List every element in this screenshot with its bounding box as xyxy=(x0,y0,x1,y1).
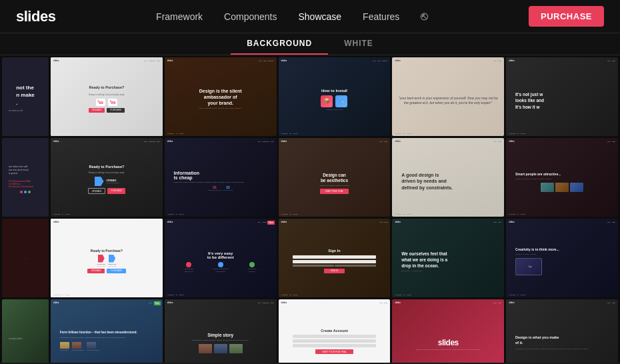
card-drop-ocean[interactable]: slides TourHelp We ourselves feel thatwh… xyxy=(392,219,504,297)
grid-col-2: slides TourHelpExplore Design is the sil… xyxy=(165,57,277,363)
purchase-button[interactable]: PURCHASE xyxy=(529,6,604,27)
card-ready-purchase-1[interactable]: slides Tour Supports Help Ready to Purch… xyxy=(51,57,163,136)
card-information[interactable]: slides TourSupportsHelp Informationis ch… xyxy=(165,138,277,217)
grid-col-3: slides TourHelpExplore How to Install 📦 … xyxy=(279,57,391,363)
nav-components[interactable]: Components xyxy=(224,11,277,22)
login-icon[interactable]: ⎋ xyxy=(421,9,428,23)
card-nature-photo[interactable]: slides TourSupports Form follows functio… xyxy=(51,299,163,363)
tabs-bar: BACKGROUND WHITE xyxy=(0,33,620,55)
nav-showcase[interactable]: Showcase xyxy=(298,11,341,22)
grid-col-5: slides TourHelp It's not just wlooks lik… xyxy=(506,57,618,363)
card-different[interactable]: slides TourSupportsHelp New It's very ea… xyxy=(165,219,277,297)
card-ready-purchase-2[interactable]: slides TourSupportsHelp Ready to Purchas… xyxy=(51,138,163,217)
card-good-design[interactable]: slides Tour Help A good design isdriven … xyxy=(392,138,504,217)
card-ambassador[interactable]: slides TourHelpExplore Design is the sil… xyxy=(165,57,277,136)
card-how-to-install[interactable]: slides TourHelpExplore How to Install 📦 … xyxy=(279,57,391,136)
card-ready-purchase-3[interactable]: slides Ready to Purchase? UPGRADE Select… xyxy=(51,219,163,297)
card-sign-in[interactable]: slides TourHelp Sign In SIGN IN Availabl… xyxy=(279,219,391,297)
card-slides-brand[interactable]: slides TourHelp slides Design to make th… xyxy=(392,299,504,363)
logo: slides xyxy=(16,8,55,25)
partial-card-2[interactable]: we what we callwe are and musta guest. F… xyxy=(2,138,49,217)
card-aesthetics[interactable]: slides TourHelp Design canbe aesthetics … xyxy=(279,138,391,217)
partial-card-1[interactable]: not then make. we what we call xyxy=(2,57,49,136)
card-simple-story[interactable]: slides TourSupportsHelp Simple story We … xyxy=(165,299,277,363)
header: slides Framework Components Showcase Fea… xyxy=(0,0,620,33)
nav-features[interactable]: Features xyxy=(363,11,399,22)
card-creativity[interactable]: slides TourHelp Creativity is to think m… xyxy=(506,219,618,297)
card-not-just[interactable]: slides TourHelp It's not just wlooks lik… xyxy=(506,57,618,136)
card-design-make[interactable]: slides TourHelp Design is what you makeo… xyxy=(506,299,618,363)
grid-col-1: slides Tour Supports Help Ready to Purch… xyxy=(51,57,163,363)
tab-white[interactable]: WHITE xyxy=(328,33,389,55)
showcase-grid: not then make. we what we call we what w… xyxy=(0,55,620,363)
tab-background[interactable]: BACKGROUND xyxy=(231,33,328,55)
partial-card-3[interactable]: ... xyxy=(2,219,49,297)
main-nav: Framework Components Showcase Features ⎋ xyxy=(156,9,428,23)
nav-framework[interactable]: Framework xyxy=(156,11,203,22)
grid-col-4: slides Tour Help "your best work is your… xyxy=(392,57,504,363)
card-create-account[interactable]: slides Tour Help Create Account START YO… xyxy=(279,299,391,363)
partial-card-4[interactable]: mountain photo xyxy=(2,299,49,363)
card-quote-beige[interactable]: slides Tour Help "your best work is your… xyxy=(392,57,504,136)
partial-column: not then make. we what we call we what w… xyxy=(2,57,49,363)
card-smart-people[interactable]: slides TourHelp Smart people are attract… xyxy=(506,138,618,217)
